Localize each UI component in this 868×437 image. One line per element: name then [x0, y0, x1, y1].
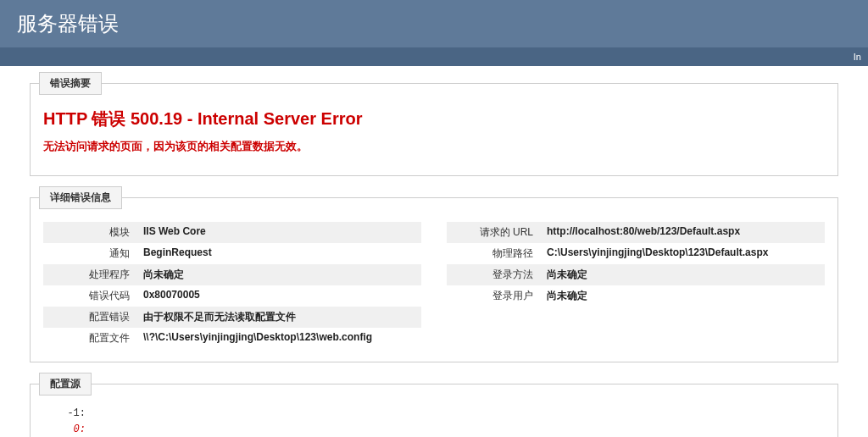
detail-value: http://localhost:80/web/123/Default.aspx: [540, 222, 825, 243]
error-summary-section: 错误摘要 HTTP 错误 500.19 - Internal Server Er…: [30, 83, 838, 176]
detail-right-table: 请求的 URLhttp://localhost:80/web/123/Defau…: [447, 222, 825, 307]
detail-label: 物理路径: [447, 243, 540, 264]
detail-label: 登录用户: [447, 285, 540, 307]
config-line: 0:: [56, 422, 812, 437]
detail-value: IIS Web Core: [136, 222, 421, 243]
detail-row: 请求的 URLhttp://localhost:80/web/123/Defau…: [447, 222, 825, 243]
detail-row: 通知BeginRequest: [43, 243, 421, 264]
detail-row: 登录用户尚未确定: [447, 285, 825, 307]
detail-label: 模块: [43, 222, 136, 243]
detail-value: 由于权限不足而无法读取配置文件: [136, 307, 421, 328]
detail-label: 错误代码: [43, 285, 136, 307]
subheader-text: In: [854, 52, 861, 62]
detail-label: 处理程序: [43, 264, 136, 285]
error-subtitle: 无法访问请求的页面，因为该页的相关配置数据无效。: [43, 139, 825, 154]
detail-left-col: 模块IIS Web Core 通知BeginRequest 处理程序尚未确定 错…: [43, 222, 421, 349]
detail-value: 0x80070005: [136, 285, 421, 307]
detail-row: 配置错误由于权限不足而无法读取配置文件: [43, 307, 421, 328]
detail-row: 模块IIS Web Core: [43, 222, 421, 243]
detail-section: 详细错误信息 模块IIS Web Core 通知BeginRequest 处理程…: [30, 197, 838, 362]
content-area: 错误摘要 HTTP 错误 500.19 - Internal Server Er…: [0, 66, 868, 437]
detail-row: 物理路径C:\Users\yinjingjing\Desktop\123\Def…: [447, 243, 825, 264]
detail-row: 错误代码0x80070005: [43, 285, 421, 307]
detail-value: 尚未确定: [540, 264, 825, 285]
config-line-num: 0:: [56, 422, 90, 437]
detail-value: 尚未确定: [136, 264, 421, 285]
page-title: 服务器错误: [17, 12, 119, 35]
config-source-body: -1: 0:: [43, 401, 825, 437]
detail-row: 处理程序尚未确定: [43, 264, 421, 285]
detail-label: 配置错误: [43, 307, 136, 328]
detail-value: C:\Users\yinjingjing\Desktop\123\Default…: [540, 243, 825, 264]
detail-right-col: 请求的 URLhttp://localhost:80/web/123/Defau…: [447, 222, 825, 349]
error-summary-tab: 错误摘要: [39, 72, 102, 95]
detail-columns: 模块IIS Web Core 通知BeginRequest 处理程序尚未确定 错…: [43, 222, 825, 349]
config-source-tab: 配置源: [39, 373, 92, 396]
detail-tab: 详细错误信息: [39, 186, 122, 209]
detail-label: 登录方法: [447, 264, 540, 285]
config-line-num: -1:: [56, 406, 90, 422]
detail-left-table: 模块IIS Web Core 通知BeginRequest 处理程序尚未确定 错…: [43, 222, 421, 349]
config-line: -1:: [56, 406, 812, 422]
config-source-section: 配置源 -1: 0:: [30, 384, 838, 437]
detail-row: 配置文件\\?\C:\Users\yinjingjing\Desktop\123…: [43, 328, 421, 349]
sub-header: In: [0, 47, 868, 66]
detail-label: 通知: [43, 243, 136, 264]
page-header: 服务器错误: [0, 0, 868, 47]
detail-value: 尚未确定: [540, 285, 825, 307]
detail-label: 请求的 URL: [447, 222, 540, 243]
error-title: HTTP 错误 500.19 - Internal Server Error: [43, 108, 825, 130]
detail-label: 配置文件: [43, 328, 136, 349]
detail-row: 登录方法尚未确定: [447, 264, 825, 285]
detail-value: BeginRequest: [136, 243, 421, 264]
detail-value: \\?\C:\Users\yinjingjing\Desktop\123\web…: [136, 328, 421, 349]
